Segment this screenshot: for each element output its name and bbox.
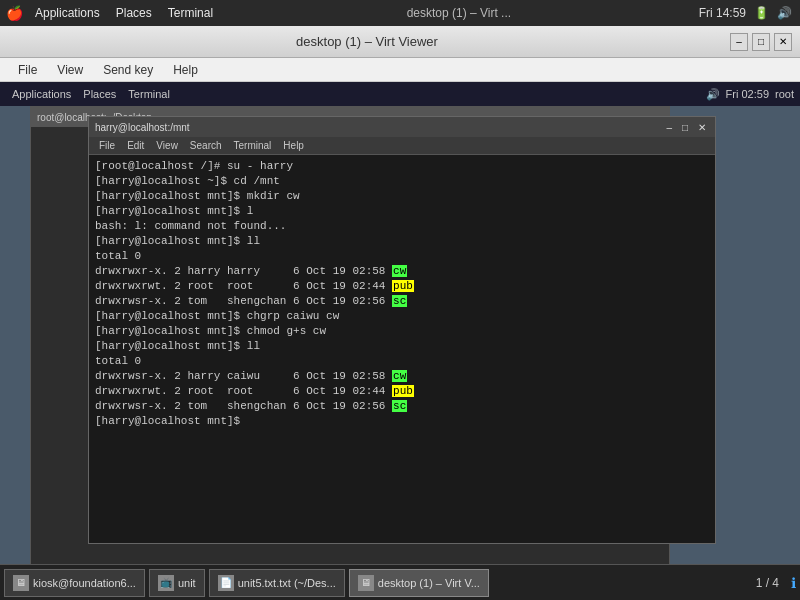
kiosk-icon: 🖥 <box>13 575 29 591</box>
system-bar: 🍎 Applications Places Terminal desktop (… <box>0 0 800 26</box>
vm-applications-menu[interactable]: Applications <box>6 86 77 102</box>
send-key-menu[interactable]: Send key <box>93 61 163 79</box>
term-help-menu[interactable]: Help <box>277 139 310 152</box>
highlight-pub: pub <box>392 385 414 397</box>
term-line: drwxrwsr-x. 2 harry caiwu 6 Oct 19 02:58… <box>95 369 709 384</box>
help-menu[interactable]: Help <box>163 61 208 79</box>
maximize-button[interactable]: □ <box>752 33 770 51</box>
highlight-sc: sc <box>392 400 407 412</box>
term-line: [harry@localhost mnt]$ <box>95 414 709 429</box>
unit5-label: unit5.txt.txt (~/Des... <box>238 577 336 589</box>
info-icon: ℹ <box>791 575 796 591</box>
system-time: Fri 14:59 <box>699 6 746 20</box>
vm-time: Fri 02:59 <box>726 88 769 100</box>
file-menu[interactable]: File <box>8 61 47 79</box>
unit-label: unit <box>178 577 196 589</box>
highlight-cw: cw <box>392 370 407 382</box>
vm-screen: Applications Places Terminal 🔊 Fri 02:59… <box>0 82 800 598</box>
vm-terminal-menu[interactable]: Terminal <box>122 86 176 102</box>
highlight-pub: pub <box>392 280 414 292</box>
os-task-unit[interactable]: 📺 unit <box>149 569 205 597</box>
desktop-label: desktop (1) – Virt V... <box>378 577 480 589</box>
highlight-sc: sc <box>392 295 407 307</box>
term-line: bash: l: command not found... <box>95 219 709 234</box>
kiosk-label: kiosk@foundation6... <box>33 577 136 589</box>
term-line: [harry@localhost mnt]$ mkdir cw <box>95 189 709 204</box>
unit5-icon: 📄 <box>218 575 234 591</box>
term-line: total 0 <box>95 354 709 369</box>
applications-menu[interactable]: Applications <box>29 4 106 22</box>
virt-viewer-titlebar: desktop (1) – Virt Viewer – □ ✕ <box>0 26 800 58</box>
term-line: drwxrwxrwt. 2 root root 6 Oct 19 02:44 p… <box>95 279 709 294</box>
harry-terminal-close[interactable]: ✕ <box>695 122 709 133</box>
places-menu[interactable]: Places <box>110 4 158 22</box>
term-file-menu[interactable]: File <box>93 139 121 152</box>
harry-terminal-window[interactable]: harry@localhost:/mnt – □ ✕ File Edit Vie… <box>88 116 716 544</box>
term-line: [harry@localhost ~]$ cd /mnt <box>95 174 709 189</box>
highlight-cw: cw <box>392 265 407 277</box>
harry-terminal-title: harry@localhost:/mnt <box>95 122 190 133</box>
term-line: [harry@localhost mnt]$ ll <box>95 339 709 354</box>
os-page-count: 1 / 4 <box>748 576 787 590</box>
volume-icon: 🔊 <box>777 6 792 20</box>
virt-viewer-menubar: File View Send key Help <box>0 58 800 82</box>
term-line: [root@localhost /]# su - harry <box>95 159 709 174</box>
os-task-unit5[interactable]: 📄 unit5.txt.txt (~/Des... <box>209 569 345 597</box>
close-button[interactable]: ✕ <box>774 33 792 51</box>
terminal-menu[interactable]: Terminal <box>162 4 219 22</box>
os-taskbar: 🖥 kiosk@foundation6... 📺 unit 📄 unit5.tx… <box>0 564 800 600</box>
battery-icon: 🔋 <box>754 6 769 20</box>
term-terminal-menu[interactable]: Terminal <box>228 139 278 152</box>
view-menu[interactable]: View <box>47 61 93 79</box>
term-line: [harry@localhost mnt]$ ll <box>95 234 709 249</box>
term-line: drwxrwxr-x. 2 harry harry 6 Oct 19 02:58… <box>95 264 709 279</box>
term-line: drwxrwsr-x. 2 tom shengchan 6 Oct 19 02:… <box>95 399 709 414</box>
term-line: [harry@localhost mnt]$ chmod g+s cw <box>95 324 709 339</box>
term-line: drwxrwsr-x. 2 tom shengchan 6 Oct 19 02:… <box>95 294 709 309</box>
minimize-button[interactable]: – <box>730 33 748 51</box>
term-line: total 0 <box>95 249 709 264</box>
vm-places-menu[interactable]: Places <box>77 86 122 102</box>
harry-terminal-body[interactable]: [root@localhost /]# su - harry[harry@loc… <box>89 155 715 543</box>
term-search-menu[interactable]: Search <box>184 139 228 152</box>
harry-terminal-minimize[interactable]: – <box>663 122 675 133</box>
virt-viewer-title: desktop (1) – Virt Viewer <box>8 34 726 49</box>
vm-user: root <box>775 88 794 100</box>
os-logo-icon: 🍎 <box>6 5 23 21</box>
vm-topbar: Applications Places Terminal 🔊 Fri 02:59… <box>0 82 800 106</box>
harry-terminal-titlebar: harry@localhost:/mnt – □ ✕ <box>89 117 715 137</box>
term-line: [harry@localhost mnt]$ chgrp caiwu cw <box>95 309 709 324</box>
harry-terminal-maximize[interactable]: □ <box>679 122 691 133</box>
term-view-menu[interactable]: View <box>150 139 184 152</box>
unit-icon: 📺 <box>158 575 174 591</box>
term-edit-menu[interactable]: Edit <box>121 139 150 152</box>
desktop-icon: 🖥 <box>358 575 374 591</box>
os-task-kiosk[interactable]: 🖥 kiosk@foundation6... <box>4 569 145 597</box>
term-line: drwxrwxrwt. 2 root root 6 Oct 19 02:44 p… <box>95 384 709 399</box>
os-task-desktop[interactable]: 🖥 desktop (1) – Virt V... <box>349 569 489 597</box>
vm-volume-icon: 🔊 <box>706 88 720 101</box>
harry-terminal-menubar: File Edit View Search Terminal Help <box>89 137 715 155</box>
center-window-title: desktop (1) – Virt ... <box>219 6 699 20</box>
term-line: [harry@localhost mnt]$ l <box>95 204 709 219</box>
